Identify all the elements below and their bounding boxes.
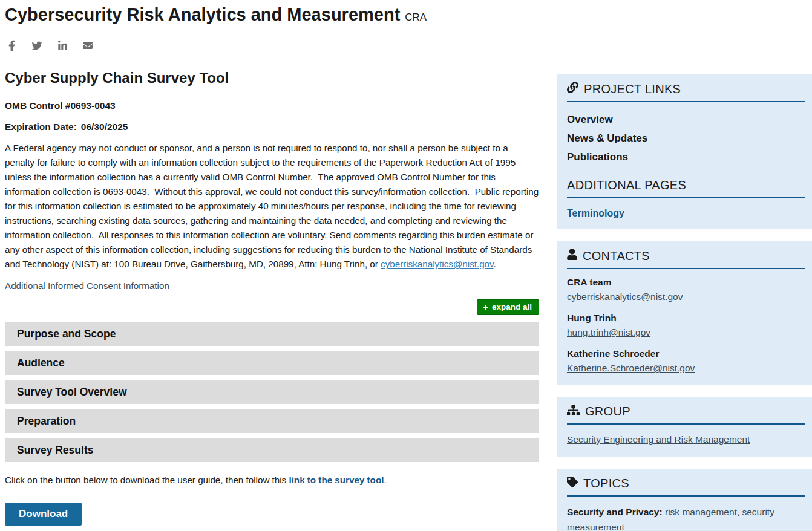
group-box: GROUP Security Engineering and Risk Mana… bbox=[557, 397, 812, 457]
paragraph-email-link[interactable]: cyberriskanalytics@nist.gov bbox=[381, 259, 493, 269]
site-title-text: Cybersecurity Risk Analytics and Measure… bbox=[5, 5, 400, 24]
contact-katherine-schroeder: Katherine Schroeder Katherine.Schroeder@… bbox=[567, 348, 805, 374]
expiration-value: 06/30/2025 bbox=[81, 122, 128, 132]
informed-consent-link[interactable]: Additional Informed Consent Information bbox=[5, 281, 169, 291]
topics-separator: , bbox=[737, 507, 742, 517]
paperwork-reduction-paragraph: A Federal agency may not conduct or spon… bbox=[5, 141, 539, 272]
accordion-audience[interactable]: Audience bbox=[5, 351, 539, 375]
instruction-text-end: . bbox=[384, 475, 386, 485]
download-instruction: Click on the button below to download th… bbox=[5, 475, 539, 485]
sidebar-item-news-updates[interactable]: News & Updates bbox=[567, 129, 805, 148]
main-column: Cybersecurity Risk Analytics and Measure… bbox=[5, 5, 539, 526]
paragraph-text: A Federal agency may not conduct or spon… bbox=[5, 143, 541, 269]
project-links-title: PROJECT LINKS bbox=[584, 82, 681, 96]
instruction-text: Click on the button below to download th… bbox=[5, 475, 289, 485]
contact-name: Katherine Schroeder bbox=[567, 348, 805, 359]
facebook-icon[interactable] bbox=[5, 39, 18, 51]
project-links-box: PROJECT LINKS Overview News & Updates Pu… bbox=[557, 74, 812, 229]
sidebar-item-terminology[interactable]: Terminology bbox=[567, 208, 624, 219]
contact-email-link[interactable]: hung.trinh@nist.gov bbox=[567, 327, 650, 337]
contact-hung-trinh: Hung Trinh hung.trinh@nist.gov bbox=[567, 313, 805, 338]
expand-all-button[interactable]: +expand all bbox=[477, 299, 539, 315]
topics-header: TOPICS bbox=[567, 477, 805, 497]
site-title: Cybersecurity Risk Analytics and Measure… bbox=[5, 5, 539, 25]
email-icon[interactable] bbox=[81, 39, 94, 51]
group-title: GROUP bbox=[585, 405, 630, 419]
social-share-row bbox=[5, 39, 539, 51]
sidebar: PROJECT LINKS Overview News & Updates Pu… bbox=[557, 74, 812, 531]
plus-icon: + bbox=[483, 302, 488, 311]
paragraph-text-end: . bbox=[494, 259, 496, 269]
expiration-date-line: Expiration Date:06/30/2025 bbox=[5, 122, 539, 132]
accordion-survey-tool-overview[interactable]: Survey Tool Overview bbox=[5, 380, 539, 404]
contacts-box: CONTACTS CRA team cyberriskanalytics@nis… bbox=[557, 241, 812, 385]
download-button[interactable]: Download bbox=[5, 503, 82, 526]
contact-email-link[interactable]: Katherine.Schroeder@nist.gov bbox=[567, 363, 695, 373]
site-acronym: CRA bbox=[405, 11, 427, 23]
group-link[interactable]: Security Engineering and Risk Management bbox=[567, 434, 750, 445]
additional-pages-title: ADDITIONAL PAGES bbox=[567, 178, 686, 192]
accordion-purpose-and-scope[interactable]: Purpose and Scope bbox=[5, 322, 539, 346]
project-links-header: PROJECT LINKS bbox=[567, 82, 805, 102]
tag-icon bbox=[567, 477, 578, 490]
omb-control: OMB Control #0693-0043 bbox=[5, 100, 539, 111]
expand-all-row: +expand all bbox=[5, 299, 539, 315]
accordion-list: Purpose and Scope Audience Survey Tool O… bbox=[5, 322, 539, 462]
survey-tool-link[interactable]: link to the survey tool bbox=[289, 475, 384, 485]
sidebar-item-overview[interactable]: Overview bbox=[567, 110, 805, 129]
sitemap-icon bbox=[567, 405, 580, 419]
group-header: GROUP bbox=[567, 405, 805, 425]
accordion-preparation[interactable]: Preparation bbox=[5, 409, 539, 433]
twitter-icon[interactable] bbox=[30, 39, 44, 51]
contact-name: Hung Trinh bbox=[567, 313, 805, 324]
person-icon bbox=[567, 249, 577, 263]
expiration-label: Expiration Date: bbox=[5, 122, 77, 132]
page-title: Cyber Supply Chain Survey Tool bbox=[5, 70, 539, 87]
consent-row: Additional Informed Consent Information bbox=[5, 281, 539, 291]
contact-email-link[interactable]: cyberriskanalytics@nist.gov bbox=[567, 292, 683, 302]
topics-category: Security and Privacy: bbox=[567, 507, 663, 517]
contacts-title: CONTACTS bbox=[583, 249, 650, 263]
link-icon bbox=[567, 82, 578, 96]
topics-title: TOPICS bbox=[583, 477, 629, 490]
contact-cra-team: CRA team cyberriskanalytics@nist.gov bbox=[567, 277, 805, 302]
additional-pages-header: ADDITIONAL PAGES bbox=[567, 178, 805, 198]
accordion-survey-results[interactable]: Survey Results bbox=[5, 438, 539, 462]
topics-box: TOPICS Security and Privacy: risk manage… bbox=[557, 469, 812, 531]
topic-link-risk-management[interactable]: risk management bbox=[665, 507, 737, 517]
contact-name: CRA team bbox=[567, 277, 805, 288]
expand-all-label: expand all bbox=[492, 303, 532, 311]
sidebar-item-publications[interactable]: Publications bbox=[567, 148, 805, 166]
topics-line: Security and Privacy: risk management, s… bbox=[567, 504, 805, 531]
contacts-header: CONTACTS bbox=[567, 249, 805, 269]
linkedin-icon[interactable] bbox=[56, 39, 69, 51]
